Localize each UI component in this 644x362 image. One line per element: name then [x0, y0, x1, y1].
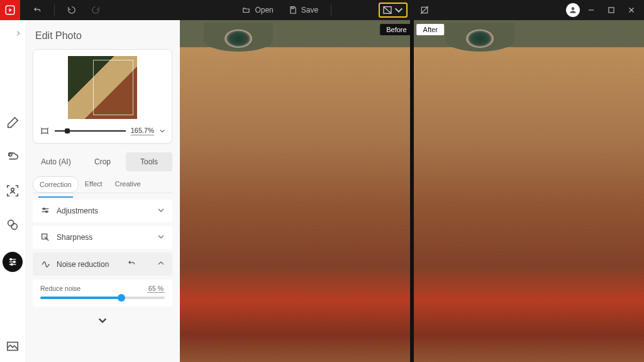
svg-rect-22 — [42, 129, 47, 133]
chevron-down-icon — [157, 233, 165, 240]
open-button[interactable]: Open — [237, 3, 278, 17]
chevron-down-icon — [394, 5, 404, 15]
edit-panel: Edit Photo 165.7% Auto (AI) Crop Tools C… — [25, 20, 180, 362]
reduce-noise-slider[interactable] — [40, 297, 165, 299]
svg-point-18 — [10, 259, 12, 261]
zoom-slider[interactable] — [55, 130, 126, 132]
folder-open-icon — [242, 6, 251, 14]
svg-rect-1 — [291, 7, 294, 9]
portrait-tool[interactable] — [6, 184, 19, 198]
svg-rect-8 — [609, 8, 614, 13]
svg-point-12 — [11, 188, 14, 191]
reset-noise-button[interactable] — [127, 259, 136, 269]
adjustments-tool-active[interactable] — [3, 252, 23, 272]
subtab-creative[interactable]: Creative — [109, 176, 147, 193]
noise-icon — [40, 259, 50, 269]
overlay-icon — [6, 218, 19, 232]
open-label: Open — [255, 6, 273, 14]
sharpness-label: Sharpness — [57, 233, 92, 242]
after-label: After — [417, 24, 444, 35]
compare-icon — [382, 5, 392, 15]
close-button[interactable] — [623, 1, 640, 19]
sliders-icon — [8, 257, 18, 267]
svg-point-6 — [572, 7, 575, 10]
expand-more-button[interactable] — [33, 310, 172, 333]
chevron-right-icon — [15, 30, 21, 37]
sliders-icon — [40, 206, 50, 216]
eraser-icon — [6, 116, 19, 130]
play-icon — [4, 4, 16, 16]
svg-point-13 — [8, 220, 14, 226]
close-icon — [627, 6, 636, 14]
sharpness-icon — [40, 232, 50, 242]
subtab-effect[interactable]: Effect — [79, 176, 109, 193]
accordion-sharpness[interactable]: Sharpness — [33, 226, 172, 249]
gallery-button[interactable] — [6, 339, 19, 353]
after-pane[interactable] — [414, 20, 644, 362]
weather-tool[interactable] — [6, 150, 19, 164]
minimize-icon — [587, 6, 596, 14]
fit-screen-icon[interactable] — [40, 126, 50, 136]
tab-crop[interactable]: Crop — [79, 152, 126, 171]
svg-line-5 — [421, 6, 428, 14]
undo-icon — [127, 259, 136, 268]
collapse-rail-button[interactable] — [15, 28, 21, 39]
minimize-button[interactable] — [582, 1, 600, 19]
zoom-value[interactable]: 165.7% — [131, 127, 154, 135]
svg-point-20 — [11, 264, 13, 266]
noise-reduction-label: Noise reduction — [57, 260, 109, 269]
main: Edit Photo 165.7% Auto (AI) Crop Tools C… — [0, 20, 644, 362]
sub-tabs: Correction Effect Creative — [33, 176, 172, 193]
zoom-dropdown[interactable] — [159, 125, 165, 137]
tab-auto-ai[interactable]: Auto (AI) — [33, 152, 79, 171]
canvas-compare: Before After — [180, 20, 644, 362]
svg-line-3 — [384, 7, 391, 14]
user-icon — [569, 6, 577, 14]
save-label: Save — [301, 6, 318, 14]
before-pane[interactable] — [180, 20, 410, 362]
save-icon — [289, 6, 297, 14]
before-label: Before — [380, 24, 413, 35]
undo-step-icon — [67, 6, 76, 14]
maximize-icon — [607, 6, 616, 14]
svg-point-19 — [13, 261, 15, 263]
chevron-up-icon — [157, 259, 165, 267]
chevron-down-icon — [157, 206, 165, 214]
app-logo[interactable] — [0, 0, 20, 20]
redo-step-button[interactable] — [86, 3, 105, 17]
subtab-correction[interactable]: Correction — [33, 176, 79, 193]
accordion-noise-reduction[interactable]: Noise reduction — [33, 252, 172, 276]
panel-title: Edit Photo — [35, 30, 172, 42]
compare-labels: Before After — [380, 24, 444, 35]
undo-step-button[interactable] — [62, 3, 81, 17]
chevron-down-icon — [159, 128, 165, 134]
compare-view-button[interactable] — [379, 3, 408, 18]
face-scan-icon — [6, 184, 19, 198]
reduce-noise-value[interactable]: 65 % — [147, 285, 165, 293]
undo-icon — [33, 6, 42, 14]
chevron-down-icon — [97, 315, 108, 325]
noise-reduction-body: Reduce noise 65 % — [33, 280, 172, 307]
topbar: Open Save — [0, 0, 644, 20]
accordion-adjustments[interactable]: Adjustments — [33, 200, 172, 222]
overlay-tool[interactable] — [6, 218, 19, 232]
reduce-noise-label: Reduce noise — [40, 285, 80, 293]
thumbnail-card: 165.7% — [33, 49, 172, 144]
save-button[interactable]: Save — [284, 3, 323, 17]
nav-rail — [0, 20, 25, 362]
main-tabs: Auto (AI) Crop Tools — [33, 152, 172, 171]
account-button[interactable] — [566, 3, 580, 17]
undo-button[interactable] — [28, 3, 47, 17]
cloud-sun-icon — [6, 150, 19, 164]
image-icon — [6, 339, 19, 353]
crop-view-button[interactable] — [415, 3, 434, 17]
tab-tools[interactable]: Tools — [126, 152, 172, 171]
eraser-tool[interactable] — [6, 116, 19, 130]
crop-icon — [420, 6, 429, 14]
svg-point-14 — [11, 223, 17, 229]
redo-step-icon — [91, 6, 100, 14]
thumbnail-preview[interactable] — [68, 56, 137, 119]
accordion: Adjustments Sharpness Noise reduction Re… — [33, 200, 172, 333]
divider — [331, 4, 331, 16]
maximize-button[interactable] — [602, 1, 620, 19]
